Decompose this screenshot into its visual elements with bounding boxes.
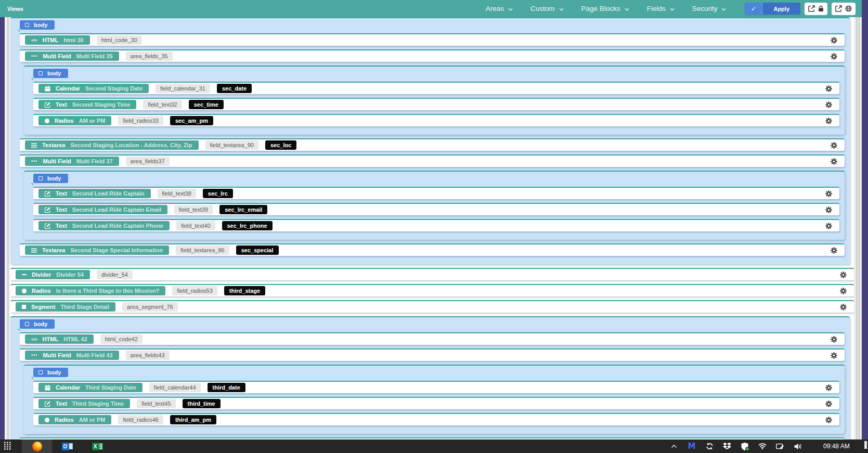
element-label: Third Staging Date: [85, 384, 136, 391]
outlook-taskbar-button[interactable]: O: [52, 439, 82, 453]
element-row[interactable]: TextThird Staging Timefield_text45third_…: [33, 397, 839, 409]
pen-icon[interactable]: [775, 439, 785, 453]
ellipsis-icon: •••: [31, 54, 37, 59]
field-code-pill: field_text32: [143, 100, 182, 109]
excel-taskbar-button[interactable]: X: [82, 439, 112, 453]
defender-icon[interactable]: [740, 439, 750, 453]
gear-icon[interactable]: [825, 101, 832, 108]
check-icon[interactable]: ✓: [745, 3, 762, 15]
apply-button-label[interactable]: Apply: [762, 3, 800, 15]
body-pill[interactable]: body: [33, 174, 68, 183]
slug-pill: third_stage: [224, 286, 265, 295]
sync-icon[interactable]: [704, 439, 715, 453]
element-row[interactable]: DividerDivider 54divider_54: [10, 268, 854, 280]
gear-icon[interactable]: [831, 142, 837, 149]
gear-icon[interactable]: [831, 336, 837, 343]
menu-label: Page Blocks: [581, 5, 620, 12]
menu-page-blocks[interactable]: Page Blocks: [581, 0, 629, 17]
gear-icon[interactable]: [831, 53, 837, 60]
body-pill-label: body: [47, 369, 61, 376]
gear-icon[interactable]: [825, 85, 832, 92]
taskbar-edge-item[interactable]: [864, 441, 867, 449]
element-label: html 30: [63, 37, 84, 43]
element-row[interactable]: TextSecond Staging Timefield_text32sec_t…: [33, 98, 839, 110]
scrollbar-thumb[interactable]: [856, 17, 860, 439]
element-row[interactable]: </>HTMLhtml 30html_code_30: [20, 33, 845, 46]
gear-icon[interactable]: [840, 288, 847, 294]
element-row[interactable]: SegmentThird Stage Detailarea_segment_76: [10, 300, 854, 313]
element-type: Textarea: [42, 142, 65, 148]
taskbar-clock[interactable]: 09:48 AM: [823, 439, 850, 453]
gear-icon[interactable]: [831, 247, 837, 254]
edit-icon: [45, 401, 50, 407]
element-row[interactable]: TextSecond Lead Ride Captainfield_text38…: [33, 187, 839, 199]
body-pill[interactable]: body: [33, 69, 68, 78]
app-grid-taskbar-button[interactable]: [1, 439, 14, 453]
type-pill: TextareaSecond Staging Location - Addres…: [25, 140, 199, 150]
gear-icon[interactable]: [840, 271, 847, 278]
malwarebytes-icon[interactable]: M: [686, 439, 697, 453]
menu-custom[interactable]: Custom: [530, 0, 564, 17]
external-link-globe-button[interactable]: [832, 3, 856, 15]
element-row[interactable]: CalendarThird Staging Datefield_calendar…: [33, 381, 839, 393]
gear-icon[interactable]: [831, 37, 837, 44]
chevron-up-icon[interactable]: [669, 439, 679, 453]
field-code-pill: field_calendar44: [149, 383, 201, 392]
radio-icon: [45, 119, 49, 123]
element-row[interactable]: TextareaSecond Staging Location - Addres…: [20, 138, 845, 151]
body-pill[interactable]: body: [33, 368, 68, 377]
element-row[interactable]: </>HTMLHTML 42html_code42: [20, 332, 845, 345]
firefox-taskbar-button[interactable]: [22, 439, 52, 453]
external-link-lock-button[interactable]: [805, 3, 827, 15]
element-row[interactable]: RadiosIs there a Third Stage to this Mis…: [10, 284, 854, 296]
edit-icon: [45, 207, 50, 213]
element-type: HTML: [43, 336, 59, 342]
chevron-down-icon: [721, 5, 726, 12]
body-pill[interactable]: body: [20, 319, 55, 329]
element-row[interactable]: •••Multi FieldMulti Field 35area_fields_…: [20, 49, 845, 62]
wifi-icon[interactable]: [757, 439, 768, 453]
element-row[interactable]: TextareaSecond Stage Special Information…: [20, 243, 845, 256]
body-pill[interactable]: body: [20, 20, 55, 30]
chevron-down-icon: [625, 5, 629, 12]
menu-areas[interactable]: Areas: [486, 0, 513, 17]
gear-icon[interactable]: [831, 352, 837, 359]
lock-icon: [818, 5, 824, 12]
gear-icon[interactable]: [825, 206, 832, 213]
menu-fields[interactable]: Fields: [647, 0, 675, 17]
gear-icon[interactable]: [840, 304, 847, 310]
checkbox-icon: [38, 71, 43, 75]
gear-icon[interactable]: [825, 223, 832, 229]
checkbox-icon: [38, 370, 43, 374]
page-margin-right: [862, 0, 868, 439]
gear-icon[interactable]: [825, 400, 832, 407]
toolbar-icon-buttons: [800, 3, 856, 15]
gear-icon[interactable]: [825, 384, 832, 391]
element-row[interactable]: TextSecond Lead Ride Captain Phonefield_…: [33, 219, 839, 231]
element-type: Multi Field: [43, 158, 71, 164]
body-container: bodyTextSecond Lead Ride Captainfield_te…: [24, 171, 845, 240]
element-row[interactable]: TextSecond Lead Ride Captain Emailfield_…: [33, 203, 839, 215]
apply-button[interactable]: ✓ Apply: [745, 3, 800, 15]
external-link-icon: [835, 5, 842, 12]
type-pill: </>HTMLHTML 42: [25, 334, 94, 344]
element-type: Textarea: [42, 247, 65, 253]
element-row[interactable]: •••Multi FieldMulti Field 37area_fields3…: [20, 154, 845, 167]
gear-icon[interactable]: [825, 417, 832, 423]
gear-icon[interactable]: [831, 158, 837, 165]
scrollbar-track[interactable]: [854, 17, 862, 439]
element-row[interactable]: •••Multi FieldMulti Field 43area_fields4…: [20, 348, 845, 361]
element-row[interactable]: RadiosAM or PMfield_radios46third_am_pm: [33, 413, 839, 425]
gear-icon[interactable]: [825, 190, 832, 197]
element-label: AM or PM: [79, 417, 106, 423]
volume-icon[interactable]: [793, 439, 803, 453]
app-window: Views AreasCustomPage BlocksFieldsSecuri…: [0, 0, 868, 453]
type-pill: </>HTMLhtml 30: [25, 35, 90, 45]
type-pill: CalendarThird Staging Date: [38, 383, 142, 392]
element-type: HTML: [43, 37, 59, 43]
element-row[interactable]: CalendarSecond Staging Datefield_calenda…: [33, 82, 839, 94]
gear-icon[interactable]: [825, 118, 832, 124]
dropbox-icon[interactable]: [722, 439, 732, 453]
menu-security[interactable]: Security: [692, 0, 727, 17]
element-row[interactable]: RadiosAM or PMfield_radios33sec_am_pm: [33, 114, 839, 126]
